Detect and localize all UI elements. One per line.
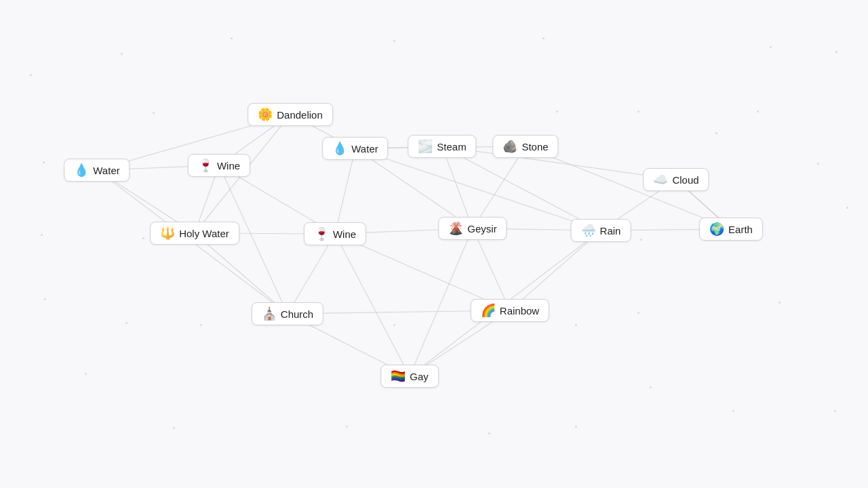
decorative-dot-26 (173, 427, 175, 429)
node-icon-wine2: 🍷 (314, 228, 329, 240)
decorative-dot-30 (650, 386, 652, 388)
decorative-dot-7 (43, 161, 45, 163)
node-icon-wine1: 🍷 (198, 159, 213, 171)
node-dandelion[interactable]: 🌼Dandelion (248, 103, 333, 126)
edge-stone-geysir (473, 146, 526, 228)
decorative-dot-14 (846, 207, 848, 209)
node-cloud[interactable]: ☁️Cloud (643, 168, 709, 191)
node-label-rainbow: Rainbow (500, 305, 539, 317)
decorative-dot-22 (125, 322, 127, 324)
node-icon-geysir: 🌋 (448, 222, 463, 235)
decorative-dot-18 (732, 410, 734, 412)
decorative-dot-13 (817, 163, 819, 165)
decorative-dot-20 (393, 324, 395, 326)
decorative-dot-3 (556, 110, 558, 113)
node-label-water1: Water (351, 143, 378, 155)
node-rain[interactable]: 🌧️Rain (571, 219, 631, 242)
node-icon-rainbow: 🌈 (481, 304, 496, 317)
decorative-dot-15 (640, 239, 642, 241)
node-label-church: Church (281, 308, 313, 320)
decorative-dot-32 (637, 312, 639, 314)
node-label-earth: Earth (728, 224, 753, 235)
decorative-dot-21 (200, 324, 202, 326)
node-icon-water2: 💧 (74, 164, 89, 176)
decorative-dot-17 (834, 410, 836, 412)
node-icon-stone: 🪨 (502, 140, 517, 152)
decorative-dot-8 (153, 112, 155, 114)
edge-steam-geysir (442, 146, 473, 228)
node-church[interactable]: ⛪Church (252, 302, 323, 325)
node-icon-steam: 🌫️ (418, 140, 433, 152)
graph-canvas: 🌼Dandelion💧Water🌫️Steam🪨Stone💧Water🍷Wine… (0, 0, 868, 488)
decorative-dot-31 (142, 237, 144, 239)
decorative-dot-23 (41, 234, 43, 236)
decorative-dot-2 (231, 37, 233, 39)
decorative-dot-28 (488, 432, 490, 434)
decorative-dot-29 (575, 426, 577, 428)
decorative-dot-16 (778, 302, 781, 304)
decorative-dot-27 (346, 426, 348, 428)
node-holywater[interactable]: 🔱Holy Water (150, 222, 239, 245)
node-label-gay: Gay (410, 371, 429, 382)
node-label-dandelion: Dandelion (277, 109, 323, 121)
edge-wine2-gay (335, 234, 410, 376)
decorative-dot-6 (757, 110, 759, 113)
edge-steam-cloud (442, 146, 676, 180)
node-stone[interactable]: 🪨Stone (492, 135, 558, 158)
node-label-holywater: Holy Water (179, 228, 229, 239)
node-geysir[interactable]: 🌋Geysir (438, 217, 507, 240)
decorative-dot-25 (85, 373, 87, 375)
decorative-dot-1 (121, 53, 123, 55)
node-icon-church: ⛪ (262, 308, 277, 320)
node-icon-cloud: ☁️ (653, 174, 668, 186)
node-icon-rain: 🌧️ (581, 224, 596, 237)
node-label-stone: Stone (521, 141, 548, 152)
node-icon-gay: 🏳️‍🌈 (391, 370, 406, 382)
node-label-cloud: Cloud (672, 174, 698, 186)
node-water2[interactable]: 💧Water (64, 159, 130, 182)
node-earth[interactable]: 🌍Earth (699, 218, 763, 241)
node-label-wine2: Wine (333, 228, 356, 240)
decorative-dot-12 (715, 132, 717, 134)
decorative-dot-9 (393, 40, 395, 42)
decorative-dot-10 (542, 37, 545, 39)
node-icon-dandelion: 🌼 (258, 108, 273, 121)
node-steam[interactable]: 🌫️Steam (408, 135, 476, 158)
node-icon-holywater: 🔱 (160, 227, 175, 239)
decorative-dot-5 (835, 51, 837, 53)
node-label-geysir: Geysir (467, 223, 496, 235)
decorative-dot-24 (44, 298, 46, 300)
node-label-rain: Rain (600, 225, 621, 237)
node-water1[interactable]: 💧Water (322, 137, 388, 160)
decorative-dot-11 (637, 110, 639, 113)
decorative-dot-19 (575, 324, 577, 326)
node-gay[interactable]: 🏳️‍🌈Gay (380, 365, 439, 388)
decorative-dot-4 (770, 46, 772, 48)
node-rainbow[interactable]: 🌈Rainbow (471, 299, 549, 322)
edge-geysir-gay (410, 228, 473, 376)
node-label-steam: Steam (437, 141, 466, 152)
node-label-wine1: Wine (217, 160, 240, 171)
edge-geysir-rainbow (473, 228, 510, 310)
node-icon-earth: 🌍 (709, 223, 724, 235)
edge-water1-wine2 (335, 148, 355, 234)
node-wine1[interactable]: 🍷Wine (188, 154, 250, 177)
node-icon-water1: 💧 (332, 142, 347, 155)
node-label-water2: Water (93, 165, 119, 176)
connections-svg (0, 0, 868, 488)
decorative-dot-0 (30, 74, 32, 76)
node-wine2[interactable]: 🍷Wine (304, 222, 366, 245)
